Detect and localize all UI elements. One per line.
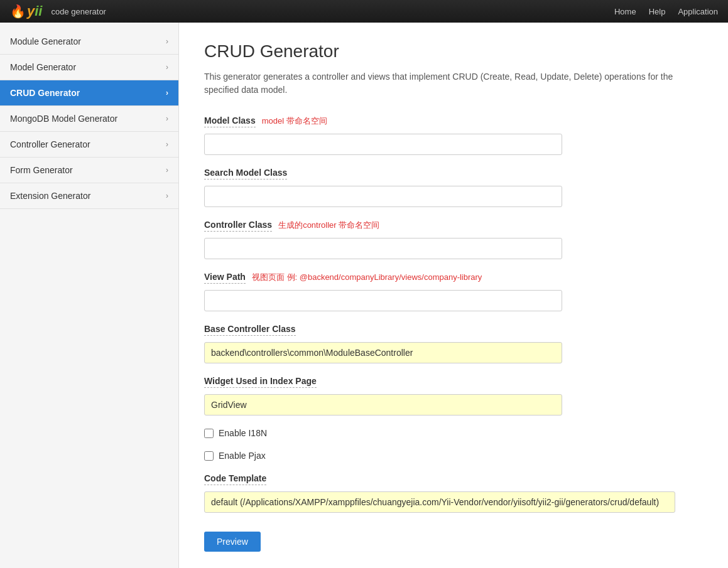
header: 🔥 yii code generator Home Help Applicati… [0,0,728,23]
page-description: This generator generates a controller an… [204,70,703,97]
sidebar-item-label: CRUD Generator [10,88,80,98]
view-path-label: View Path [204,272,246,284]
base-controller-class-input[interactable] [204,342,562,363]
chevron-right-icon: › [166,140,168,149]
sidebar-item-label: MongoDB Model Generator [10,114,117,124]
search-model-class-group: Search Model Class [204,168,703,207]
sidebar-item-label: Module Generator [10,36,81,46]
chevron-right-icon: › [166,37,168,46]
sidebar-item-extension-generator[interactable]: Extension Generator › [0,183,178,209]
widget-group: Widget Used in Index Page [204,376,703,415]
yii-logo: 🔥 yii [10,3,42,19]
sidebar-item-module-generator[interactable]: Module Generator › [0,29,178,55]
code-template-label: Code Template [204,473,266,485]
sidebar: Module Generator › Model Generator › CRU… [0,23,179,568]
logo-ii: ii [35,3,42,19]
view-path-annotation: 视图页面 例: @backend/companyLibrary/views/co… [252,272,482,283]
controller-class-group: Controller Class 生成的controller 带命名空间 [204,220,703,259]
logo-text: code generator [51,7,106,16]
code-template-group: Code Template [204,473,703,513]
search-model-class-label: Search Model Class [204,168,287,180]
main-content: CRUD Generator This generator generates … [179,23,728,568]
controller-class-label: Controller Class [204,220,272,232]
view-path-input[interactable] [204,290,562,311]
code-template-input[interactable] [204,491,675,513]
sidebar-item-label: Controller Generator [10,139,90,149]
enable-pjax-checkbox[interactable] [204,451,214,461]
controller-class-input[interactable] [204,238,562,259]
header-nav: Home Help Application [614,7,718,16]
enable-i18n-checkbox[interactable] [204,429,214,438]
model-class-annotation: model 带命名空间 [262,115,327,127]
chevron-right-icon: › [166,166,168,174]
chevron-right-icon: › [166,63,168,72]
application-nav-link[interactable]: Application [678,7,718,16]
search-model-class-input[interactable] [204,186,562,207]
model-class-label: Model Class [204,115,256,127]
home-nav-link[interactable]: Home [614,7,636,16]
sidebar-item-label: Form Generator [10,165,73,175]
sidebar-item-form-generator[interactable]: Form Generator › [0,158,178,183]
sidebar-item-label: Extension Generator [10,191,90,201]
sidebar-item-model-generator[interactable]: Model Generator › [0,55,178,80]
widget-label: Widget Used in Index Page [204,376,317,388]
help-nav-link[interactable]: Help [649,7,666,16]
model-class-input[interactable] [204,134,562,155]
widget-input[interactable] [204,394,562,415]
logo: 🔥 yii code generator [10,3,106,19]
sidebar-item-crud-generator[interactable]: CRUD Generator › [0,80,178,106]
enable-pjax-group: Enable Pjax [204,451,703,461]
enable-pjax-label: Enable Pjax [219,451,266,461]
sidebar-item-mongodb-model-generator[interactable]: MongoDB Model Generator › [0,106,178,132]
chevron-right-icon: › [166,191,168,200]
layout: Module Generator › Model Generator › CRU… [0,23,728,568]
view-path-group: View Path 视图页面 例: @backend/companyLibrar… [204,272,703,311]
base-controller-class-group: Base Controller Class [204,324,703,363]
model-class-group: Model Class model 带命名空间 [204,115,703,155]
base-controller-class-label: Base Controller Class [204,324,296,336]
sidebar-item-controller-generator[interactable]: Controller Generator › [0,132,178,158]
logo-y: y [27,3,35,19]
sidebar-item-label: Model Generator [10,62,76,72]
chevron-right-icon: › [166,88,168,97]
chevron-right-icon: › [166,114,168,123]
preview-button[interactable]: Preview [204,532,261,552]
controller-class-annotation: 生成的controller 带命名空间 [278,220,379,231]
enable-i18n-label: Enable I18N [219,428,267,438]
page-title: CRUD Generator [204,41,703,62]
enable-i18n-group: Enable I18N [204,428,703,438]
